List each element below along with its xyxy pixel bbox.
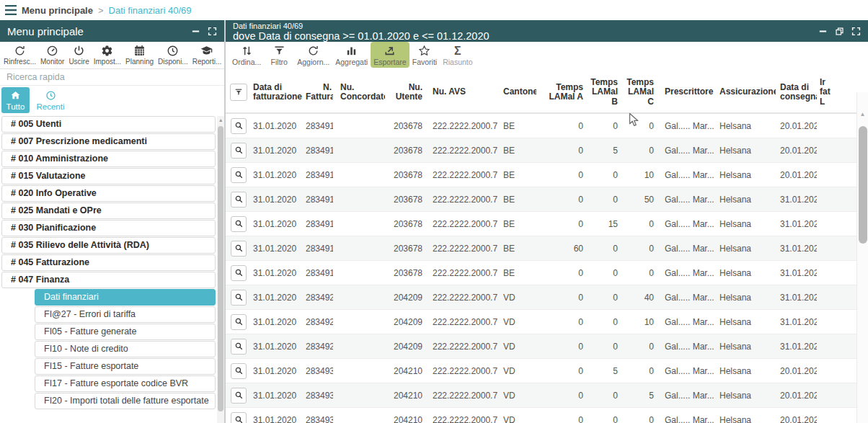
- col-data-consegna[interactable]: Data di consegna: [776, 83, 817, 102]
- row-detail-button[interactable]: [231, 118, 247, 134]
- cell-data-fatturazione: 31.01.2020: [251, 342, 306, 352]
- table-row[interactable]: 31.01.2020 283491 203678 222.2222.2000.7…: [226, 138, 856, 163]
- menu-item[interactable]: # 047 Finanza: [1, 272, 216, 288]
- aggregates-button[interactable]: Aggregati: [332, 42, 371, 68]
- minimize-icon[interactable]: [818, 26, 828, 36]
- table-row[interactable]: 31.01.2020 283491 203678 222.2222.2000.7…: [226, 261, 856, 285]
- planning-button[interactable]: Planning: [123, 43, 156, 66]
- col-temps-lamal-a[interactable]: Temps LAMal A: [536, 83, 585, 102]
- col-prescrittore[interactable]: Prescrittore: [656, 87, 714, 97]
- table-scrollbar[interactable]: ▲: [856, 92, 868, 423]
- export-button[interactable]: Esportare: [371, 42, 409, 68]
- cell-nu-utente: 203678: [385, 121, 424, 131]
- row-detail-button[interactable]: [231, 143, 247, 159]
- menu-item[interactable]: FI15 - Fatture esportate: [35, 358, 216, 375]
- row-detail-button[interactable]: [231, 241, 247, 257]
- search-input[interactable]: [0, 69, 224, 85]
- favorites-button[interactable]: Favoriti: [409, 42, 440, 68]
- scroll-up-icon[interactable]: ▲: [857, 111, 868, 118]
- cell-cantone: BE: [497, 170, 536, 180]
- menu-item-label: # 007 Prescrizione medicamenti: [11, 136, 147, 146]
- table-row[interactable]: 31.01.2020 283491 203678 222.2222.2000.7…: [226, 187, 856, 212]
- refresh-button[interactable]: Rinfresc...: [1, 43, 38, 66]
- cell-nu-avs: 222.2222.2000.71: [424, 317, 497, 327]
- table-row[interactable]: 31.01.2020 283491 203678 222.2222.2000.7…: [226, 236, 856, 261]
- row-detail-button[interactable]: [231, 314, 247, 330]
- table-row[interactable]: 31.01.2020 283492 204209 222.2222.2000.7…: [226, 285, 856, 310]
- row-detail-button[interactable]: [231, 339, 247, 355]
- col-nu-concordato[interactable]: Nu. Concordato: [333, 83, 385, 102]
- row-detail-button[interactable]: [231, 167, 247, 183]
- menu-panel-header: Menu principale: [0, 20, 224, 42]
- table-row[interactable]: 31.01.2020 283493 204210 222.2222.2000.7…: [226, 383, 856, 408]
- cell-temps-lamal-b: 0: [585, 121, 620, 131]
- table-row[interactable]: 31.01.2020 283493 204210 222.2222.2000.7…: [226, 408, 856, 423]
- cell-data-fatturazione: 31.01.2020: [251, 268, 306, 278]
- menu-item[interactable]: Dati finanziari: [35, 289, 216, 306]
- col-temps-lamal-c[interactable]: Temps LAMal C: [620, 78, 656, 107]
- menu-item[interactable]: FI10 - Note di credito: [35, 341, 216, 357]
- row-detail-button[interactable]: [231, 388, 247, 404]
- menu-item[interactable]: # 025 Mandati e OPre: [1, 202, 216, 219]
- refresh-button[interactable]: Aggiorn...: [294, 42, 332, 68]
- scroll-up-icon[interactable]: ▲: [217, 116, 224, 125]
- summary-button[interactable]: Σ Riasunto: [440, 42, 475, 68]
- restore-icon[interactable]: [834, 26, 844, 36]
- scrollbar-thumb[interactable]: [218, 126, 223, 411]
- header-filter-button[interactable]: [230, 84, 247, 101]
- availability-button[interactable]: Disponi...: [156, 43, 190, 66]
- menu-item[interactable]: # 030 Pianificazione: [1, 220, 216, 236]
- col-temps-lamal-b[interactable]: Temps LAMal B: [585, 78, 620, 107]
- fullscreen-icon[interactable]: [851, 26, 861, 36]
- menu-scrollbar[interactable]: ▲: [217, 116, 224, 423]
- exit-button[interactable]: Uscire: [66, 43, 91, 66]
- reporting-button[interactable]: Reporti...: [190, 43, 224, 66]
- col-assicurazione[interactable]: Assicurazione: [714, 87, 776, 97]
- col-nu-utente[interactable]: Nu. Utente: [385, 83, 424, 102]
- row-detail-button[interactable]: [231, 216, 247, 232]
- menu-item[interactable]: # 007 Prescrizione medicamenti: [1, 133, 216, 150]
- clock-icon: [45, 90, 56, 101]
- tab-recenti[interactable]: Recenti: [30, 87, 71, 113]
- sort-button[interactable]: Ordina...: [229, 42, 264, 68]
- minimize-icon[interactable]: [190, 26, 200, 36]
- table-row[interactable]: 31.01.2020 283491 203678 222.2222.2000.7…: [226, 114, 856, 138]
- cell-temps-lamal-a: 0: [536, 391, 585, 401]
- row-detail-button[interactable]: [231, 412, 247, 423]
- col-cantone[interactable]: Cantone: [497, 87, 536, 97]
- col-nu-avs[interactable]: Nu. AVS: [424, 87, 497, 97]
- settings-button[interactable]: Impost...: [92, 43, 123, 66]
- hamburger-menu-icon[interactable]: [5, 5, 17, 15]
- menu-item[interactable]: # 020 Info Operative: [1, 185, 216, 202]
- menu-item[interactable]: # 035 Rilievo delle Attività (RDA): [1, 237, 216, 254]
- filter-button[interactable]: Filtro: [264, 42, 294, 68]
- row-detail-button[interactable]: [231, 265, 247, 281]
- menu-item[interactable]: FI@27 - Errori di tariffa: [35, 306, 216, 323]
- table-row[interactable]: 31.01.2020 283492 204209 222.2222.2000.7…: [226, 334, 856, 359]
- col-n-fattura[interactable]: N. Fattura: [306, 83, 333, 102]
- col-clipped[interactable]: Ir fat L: [817, 78, 856, 107]
- table-row[interactable]: 31.01.2020 283491 203678 222.2222.2000.7…: [226, 163, 856, 187]
- menu-item[interactable]: # 015 Valutazione: [1, 168, 216, 184]
- table-row[interactable]: 31.01.2020 283492 204209 222.2222.2000.7…: [226, 310, 856, 334]
- cell-temps-lamal-a: 0: [536, 170, 585, 180]
- row-detail-button[interactable]: [231, 192, 247, 208]
- fullscreen-icon[interactable]: [207, 26, 217, 36]
- menu-item[interactable]: # 010 Amministrazione: [1, 151, 216, 167]
- row-detail-button[interactable]: [231, 290, 247, 306]
- menu-item[interactable]: FI05 - Fatture generate: [35, 324, 216, 340]
- monitor-button[interactable]: Monitor: [38, 43, 66, 66]
- col-data-fatturazione[interactable]: Data di fatturazione: [251, 83, 306, 102]
- toolbar-label: Aggregati: [335, 58, 368, 66]
- table-row[interactable]: 31.01.2020 283493 204210 222.2222.2000.7…: [226, 359, 856, 383]
- breadcrumb-root[interactable]: Menu principale: [22, 5, 93, 16]
- breadcrumb-current[interactable]: Dati finanziari 40/69: [109, 5, 192, 16]
- menu-item[interactable]: # 045 Fatturazione: [1, 254, 216, 271]
- tab-tutto[interactable]: Tutto: [1, 87, 30, 113]
- row-detail-button[interactable]: [231, 363, 247, 379]
- menu-item[interactable]: FI17 - Fatture esportate codice BVR: [35, 375, 216, 392]
- menu-item[interactable]: FI20 - Importi totali delle fatture espo…: [35, 393, 216, 409]
- table-row[interactable]: 31.01.2020 283491 203678 222.2222.2000.7…: [226, 212, 856, 236]
- menu-item[interactable]: # 005 Utenti: [1, 116, 216, 133]
- scrollbar-thumb[interactable]: [859, 126, 867, 244]
